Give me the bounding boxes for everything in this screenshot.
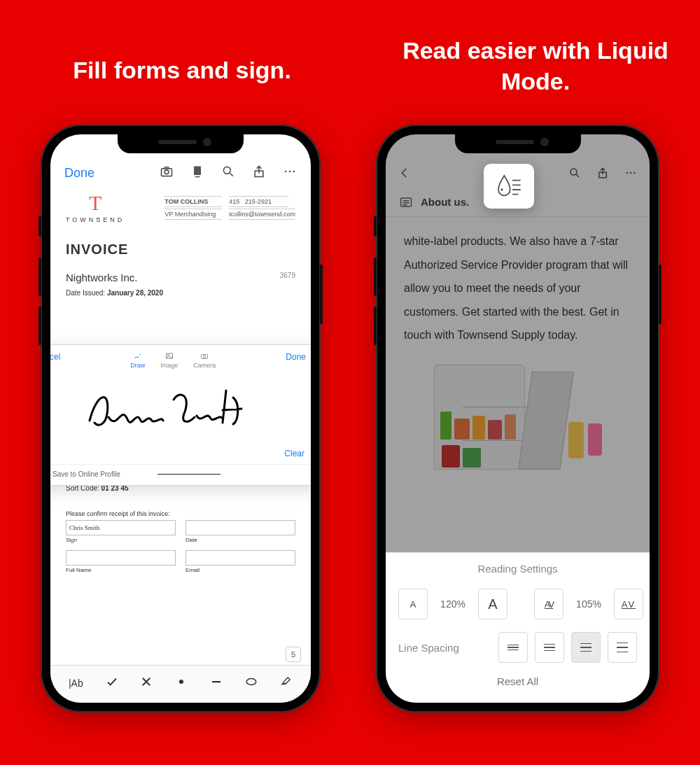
svg-point-17 (626, 172, 628, 174)
document-icon[interactable] (190, 164, 204, 181)
svg-point-13 (179, 680, 183, 684)
sig-clear-button[interactable]: Clear (50, 449, 311, 464)
sig-tab-image[interactable]: Image (160, 352, 178, 369)
font-size-value: 120% (435, 598, 471, 610)
line-tool[interactable] (210, 675, 223, 691)
phone-mockup-right: About us. white-label products. We also … (376, 125, 659, 713)
sig-done-button[interactable]: Done (286, 352, 306, 362)
sign-tool[interactable] (280, 675, 293, 691)
done-button[interactable]: Done (64, 166, 94, 181)
char-spacing-decrease[interactable]: AV (534, 589, 564, 619)
line-spacing-3[interactable] (571, 632, 601, 663)
back-button[interactable] (398, 167, 419, 182)
reading-settings-panel: Reading Settings A 120% A AV 105% AV Lin… (386, 552, 650, 703)
svg-rect-3 (195, 176, 200, 178)
svg-rect-2 (194, 167, 201, 176)
svg-point-7 (289, 171, 291, 173)
sig-tab-draw[interactable]: Draw (130, 352, 145, 369)
line-spacing-2[interactable] (535, 632, 564, 663)
share-icon[interactable] (596, 167, 609, 182)
page-indicator[interactable]: 5 (286, 647, 301, 662)
sign-field[interactable]: Chris Smith (66, 520, 176, 535)
text-tool[interactable]: |Ab (69, 678, 83, 689)
reset-all-button[interactable]: Reset All (398, 675, 637, 687)
svg-point-4 (223, 167, 230, 174)
svg-point-18 (630, 172, 631, 174)
share-icon[interactable] (252, 164, 266, 181)
phone-notch (455, 134, 581, 153)
svg-point-1 (164, 170, 169, 174)
date-field[interactable] (186, 520, 295, 535)
char-spacing-increase[interactable]: AV (614, 589, 643, 619)
invoice-client: Nightworks Inc. 3679 (66, 272, 295, 283)
svg-point-15 (570, 169, 577, 175)
svg-point-8 (293, 171, 295, 173)
product-image (413, 361, 623, 470)
fill-sign-toolbar: |Ab (50, 665, 311, 703)
contact-block: TOM COLLINS415 215-2921 VP Merchandising… (164, 196, 295, 221)
article-body: white-label products. We also have a 7-s… (386, 217, 650, 354)
search-icon[interactable] (568, 167, 581, 182)
outline-icon (400, 197, 412, 208)
svg-point-6 (285, 171, 287, 173)
more-icon[interactable] (283, 164, 297, 181)
line-spacing-4[interactable] (608, 632, 637, 663)
circle-tool[interactable] (245, 675, 258, 691)
camera-icon[interactable] (160, 164, 174, 181)
invoice-date: Date Issued: January 28, 2020 (66, 289, 295, 297)
search-icon[interactable] (221, 164, 235, 181)
liquid-mode-icon (495, 172, 523, 200)
liquid-mode-button[interactable] (484, 164, 534, 209)
phone-mockup-left: Done T TOWNSEND TOM COLLINS415 215-2921 … (41, 125, 321, 713)
font-size-increase[interactable]: A (478, 589, 507, 619)
reading-settings-title: Reading Settings (398, 563, 637, 575)
svg-point-21 (500, 188, 503, 190)
line-spacing-label: Line Spacing (398, 642, 491, 654)
confirm-box: Please confirm receipt of this invoice: … (66, 510, 295, 579)
invoice-title: INVOICE (66, 241, 295, 258)
svg-point-14 (246, 678, 256, 685)
signature-drawing[interactable] (79, 382, 261, 438)
svg-point-12 (204, 356, 206, 358)
headline-right: Read easier with Liquid Mode. (402, 35, 668, 97)
svg-rect-11 (202, 355, 208, 359)
sig-tab-camera[interactable]: Camera (193, 352, 216, 369)
cross-tool[interactable] (140, 675, 153, 691)
dot-tool[interactable] (175, 675, 188, 691)
more-icon[interactable] (624, 167, 637, 182)
save-profile-label: Save to Online Profile (52, 470, 120, 478)
headline-left: Fill forms and sign. (70, 55, 294, 85)
brand-logo: T TOWNSEND (66, 193, 125, 223)
svg-point-19 (634, 172, 635, 174)
checkmark-tool[interactable] (106, 675, 118, 691)
phone-notch (118, 134, 244, 153)
email-field[interactable] (186, 550, 295, 566)
sig-cancel-button[interactable]: Cancel (50, 352, 60, 362)
name-field[interactable] (66, 550, 176, 566)
line-spacing-1[interactable] (498, 632, 528, 663)
signature-panel: Cancel Draw Image Camera Done (50, 344, 311, 486)
char-spacing-value: 105% (570, 598, 607, 610)
font-size-decrease[interactable]: A (398, 589, 428, 619)
